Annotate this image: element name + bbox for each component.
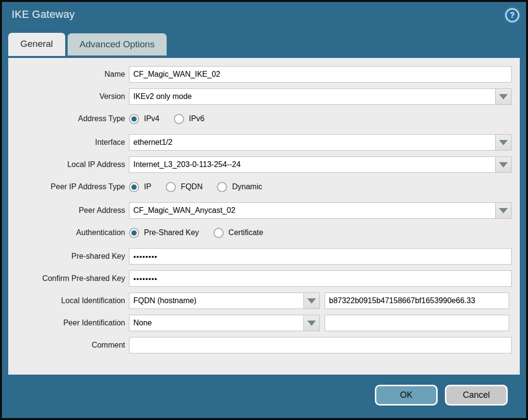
radio-label-fqdn: FQDN	[181, 182, 202, 191]
local-identification-label: Local Identification	[8, 296, 125, 305]
general-tab-panel: Name Version IKEv2 only mode Address Typ…	[8, 58, 520, 375]
interface-row: Interface ethernet1/2	[8, 134, 520, 151]
interface-dropdown[interactable]: ethernet1/2	[129, 134, 512, 151]
peer-address-dropdown[interactable]: CF_Magic_WAN_Anycast_02	[129, 202, 512, 219]
pre-shared-key-input[interactable]	[129, 248, 512, 265]
peer-ip-type-row: Peer IP Address Type IP FQDN Dynamic	[8, 179, 520, 195]
radio-option-fqdn[interactable]: FQDN	[166, 182, 202, 192]
confirm-pre-shared-key-label: Confirm Pre-shared Key	[8, 274, 125, 283]
radio-button-dynamic[interactable]	[217, 182, 227, 192]
radio-button-pre-shared-key[interactable]	[129, 228, 139, 238]
radio-button-ip[interactable]	[129, 182, 139, 192]
local-identification-value-input[interactable]	[325, 293, 509, 309]
radio-button-certificate[interactable]	[214, 228, 224, 238]
pre-shared-key-row: Pre-shared Key	[8, 248, 520, 265]
cancel-button[interactable]: Cancel	[445, 385, 508, 406]
authentication-radio-group: Pre-Shared Key Certificate	[129, 228, 263, 238]
local-ip-dropdown-value[interactable]: Internet_L3_203-0-113-254--24	[129, 156, 495, 173]
address-type-radio-group: IPv4 IPv6	[129, 114, 204, 124]
version-row: Version IKEv2 only mode	[8, 88, 520, 105]
peer-identification-value-input[interactable]	[325, 315, 509, 331]
peer-address-dropdown-button[interactable]	[495, 202, 512, 219]
address-type-row: Address Type IPv4 IPv6	[8, 111, 520, 127]
radio-label-dynamic: Dynamic	[232, 182, 262, 191]
help-icon[interactable]: ?	[505, 8, 519, 22]
chevron-down-icon	[499, 208, 508, 213]
radio-option-ipv4[interactable]: IPv4	[129, 114, 159, 124]
authentication-row: Authentication Pre-Shared Key Certificat…	[8, 224, 520, 241]
version-dropdown-button[interactable]	[495, 88, 512, 105]
interface-label: Interface	[8, 138, 125, 147]
radio-label-ipv4: IPv4	[144, 114, 159, 123]
authentication-label: Authentication	[8, 228, 125, 237]
comment-row: Comment	[8, 337, 520, 353]
peer-ip-type-label: Peer IP Address Type	[8, 182, 125, 191]
radio-label-certificate: Certificate	[228, 228, 263, 237]
peer-address-label: Peer Address	[8, 206, 125, 215]
confirm-pre-shared-key-row: Confirm Pre-shared Key	[8, 270, 520, 287]
radio-option-ipv6[interactable]: IPv6	[174, 114, 204, 124]
local-ip-dropdown[interactable]: Internet_L3_203-0-113-254--24	[129, 156, 512, 173]
local-identification-type-dropdown[interactable]: FQDN (hostname)	[129, 293, 320, 309]
tab-bar: General Advanced Options	[2, 31, 526, 56]
local-ip-label: Local IP Address	[8, 160, 125, 169]
radio-label-ip: IP	[144, 182, 151, 191]
pre-shared-key-label: Pre-shared Key	[8, 252, 125, 261]
version-label: Version	[8, 92, 125, 101]
interface-dropdown-value[interactable]: ethernet1/2	[129, 134, 495, 151]
ike-gateway-dialog: IKE Gateway ? General Advanced Options N…	[0, 0, 528, 420]
comment-label: Comment	[8, 341, 125, 350]
peer-identification-type-dropdown[interactable]: None	[129, 315, 320, 331]
version-dropdown[interactable]: IKEv2 only mode	[129, 88, 512, 105]
dialog-footer: OK Cancel	[375, 385, 508, 406]
radio-label-pre-shared-key: Pre-Shared Key	[144, 228, 199, 237]
radio-button-ipv6[interactable]	[174, 114, 184, 124]
radio-button-ipv4[interactable]	[129, 114, 139, 124]
chevron-down-icon	[499, 94, 508, 99]
peer-identification-label: Peer Identification	[8, 319, 125, 327]
name-label: Name	[8, 70, 125, 79]
radio-option-certificate[interactable]: Certificate	[214, 228, 263, 238]
radio-option-pre-shared-key[interactable]: Pre-Shared Key	[129, 228, 199, 238]
chevron-down-icon	[307, 298, 316, 304]
dialog-titlebar: IKE Gateway ?	[2, 2, 526, 31]
version-dropdown-value[interactable]: IKEv2 only mode	[129, 88, 495, 105]
address-type-label: Address Type	[8, 114, 125, 123]
local-identification-row: Local Identification FQDN (hostname)	[8, 293, 520, 309]
peer-identification-row: Peer Identification None	[8, 315, 520, 331]
local-identification-dropdown-button[interactable]	[303, 293, 320, 309]
local-ip-row: Local IP Address Internet_L3_203-0-113-2…	[8, 156, 520, 173]
peer-identification-dropdown-button[interactable]	[303, 315, 320, 331]
confirm-pre-shared-key-input[interactable]	[129, 270, 512, 287]
comment-input[interactable]	[129, 337, 512, 353]
tab-general[interactable]: General	[8, 33, 65, 56]
tab-advanced-options[interactable]: Advanced Options	[68, 33, 167, 56]
radio-button-fqdn[interactable]	[166, 182, 176, 192]
radio-option-dynamic[interactable]: Dynamic	[217, 182, 262, 192]
radio-label-ipv6: IPv6	[189, 114, 204, 123]
interface-dropdown-button[interactable]	[495, 134, 512, 151]
chevron-down-icon	[499, 162, 508, 168]
chevron-down-icon	[307, 321, 316, 326]
name-row: Name	[8, 66, 520, 83]
local-ip-dropdown-button[interactable]	[495, 156, 512, 173]
local-identification-type-value[interactable]: FQDN (hostname)	[129, 293, 303, 309]
radio-option-ip[interactable]: IP	[129, 182, 151, 192]
peer-address-row: Peer Address CF_Magic_WAN_Anycast_02	[8, 202, 520, 219]
chevron-down-icon	[499, 140, 508, 145]
dialog-title: IKE Gateway	[12, 8, 75, 21]
peer-identification-type-value[interactable]: None	[129, 315, 303, 331]
name-input[interactable]	[129, 66, 512, 83]
peer-address-dropdown-value[interactable]: CF_Magic_WAN_Anycast_02	[129, 202, 495, 219]
peer-ip-type-radio-group: IP FQDN Dynamic	[129, 182, 262, 192]
ok-button[interactable]: OK	[375, 385, 438, 406]
